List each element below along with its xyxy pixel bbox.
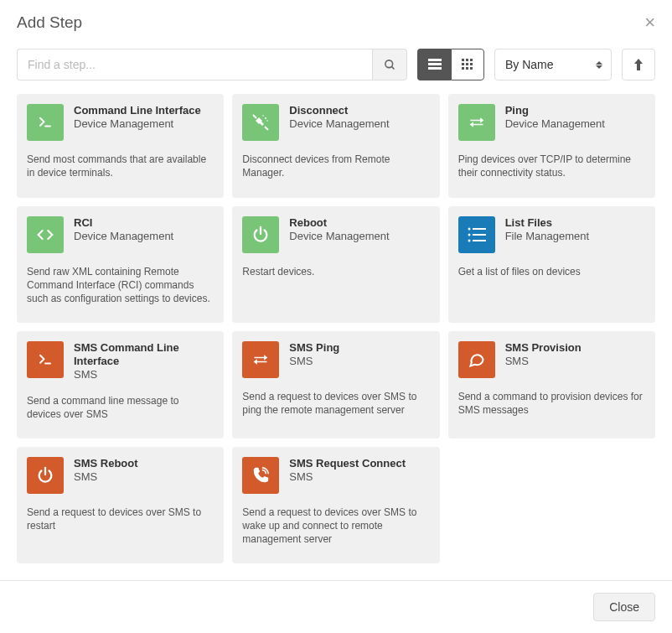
svg-rect-3 [428, 63, 442, 65]
card-subtitle: SMS [505, 355, 582, 368]
svg-point-17 [265, 117, 266, 119]
step-card[interactable]: SMS ProvisionSMSSend a command to provis… [448, 331, 655, 438]
card-title: SMS Ping [289, 341, 339, 355]
card-description: Send a command line message to devices o… [27, 394, 214, 421]
step-card[interactable]: PingDevice ManagementPing devices over T… [448, 94, 655, 198]
search-icon [384, 59, 396, 71]
card-titles: SMS PingSMS [289, 341, 339, 369]
arrow-up-icon [633, 59, 644, 70]
card-head: RCIDevice Management [27, 216, 214, 253]
card-title: Ping [505, 104, 605, 117]
card-title: RCI [74, 216, 173, 230]
svg-rect-22 [473, 228, 486, 230]
svg-rect-7 [470, 59, 473, 61]
power-icon [27, 457, 64, 494]
chat-icon [458, 341, 495, 378]
sort-direction-button[interactable] [622, 49, 655, 80]
card-head: SMS PingSMS [242, 341, 429, 378]
card-title: Command Line Interface [74, 104, 201, 117]
close-button[interactable]: × [644, 13, 655, 32]
card-titles: DisconnectDevice Management [289, 104, 389, 132]
terminal-icon [27, 341, 64, 378]
search-group [17, 49, 407, 80]
exchange-icon [458, 104, 495, 141]
list-view-icon [428, 59, 442, 70]
close-icon: × [644, 12, 655, 33]
exchange-icon [242, 341, 279, 378]
card-titles: SMS Command Line InterfaceSMS [74, 341, 214, 382]
card-subtitle: Device Management [289, 230, 389, 243]
step-card[interactable]: SMS RebootSMSSend a request to devices o… [17, 447, 224, 563]
svg-rect-6 [466, 59, 468, 61]
sort-select[interactable]: By Name [494, 49, 612, 80]
card-title: Disconnect [289, 104, 389, 117]
phone-icon [242, 457, 279, 494]
card-head: SMS RebootSMS [27, 457, 214, 494]
modal-header: Add Step × [0, 0, 672, 45]
svg-rect-12 [466, 67, 468, 70]
step-card[interactable]: RebootDevice ManagementRestart devices. [232, 206, 439, 323]
list-icon [458, 216, 495, 253]
card-head: DisconnectDevice Management [242, 104, 429, 141]
card-head: RebootDevice Management [242, 216, 429, 253]
card-titles: PingDevice Management [505, 104, 605, 132]
svg-rect-4 [428, 67, 442, 70]
terminal-icon [27, 104, 64, 141]
svg-point-25 [468, 239, 470, 241]
card-head: SMS ProvisionSMS [458, 341, 645, 378]
card-description: Send a request to devices over SMS to wa… [242, 506, 429, 547]
step-card[interactable]: RCIDevice ManagementSend raw XML contain… [17, 206, 224, 323]
svg-rect-13 [470, 67, 473, 70]
step-card[interactable]: SMS Command Line InterfaceSMSSend a comm… [17, 331, 224, 438]
card-description: Get a list of files on devices [458, 265, 645, 278]
card-title: SMS Reboot [74, 457, 138, 470]
svg-point-0 [385, 60, 392, 67]
card-subtitle: SMS [74, 368, 214, 381]
card-title: SMS Request Connect [289, 457, 406, 470]
step-card[interactable]: List FilesFile ManagementGet a list of f… [448, 206, 655, 323]
svg-rect-10 [470, 63, 473, 65]
step-grid: Command Line InterfaceDevice ManagementS… [0, 94, 672, 580]
card-description: Send a command to provision devices for … [458, 390, 645, 417]
svg-point-18 [263, 115, 265, 117]
grid-view-icon [462, 59, 473, 70]
card-titles: SMS RebootSMS [74, 457, 138, 485]
sort-select-label: By Name [505, 58, 554, 71]
card-title: List Files [505, 216, 589, 230]
view-list-button[interactable] [417, 49, 451, 80]
svg-rect-2 [428, 59, 442, 61]
card-titles: RCIDevice Management [74, 216, 173, 244]
card-title: SMS Provision [505, 341, 582, 355]
card-subtitle: Device Management [289, 117, 389, 131]
svg-rect-5 [462, 59, 464, 61]
svg-line-1 [391, 66, 394, 69]
card-titles: SMS Request ConnectSMS [289, 457, 406, 485]
card-title: Reboot [289, 216, 389, 230]
card-description: Restart devices. [242, 265, 429, 278]
card-subtitle: Device Management [74, 230, 173, 243]
svg-rect-9 [466, 63, 468, 65]
step-card[interactable]: SMS PingSMSSend a request to devices ove… [232, 331, 439, 438]
card-titles: Command Line InterfaceDevice Management [74, 104, 201, 132]
step-card[interactable]: DisconnectDevice ManagementDisconnect de… [232, 94, 439, 198]
sort-caret-icon [596, 61, 602, 69]
card-description: Send a request to devices over SMS to pi… [242, 390, 429, 417]
card-subtitle: SMS [289, 355, 339, 368]
card-description: Disconnect devices from Remote Manager. [242, 153, 429, 179]
view-grid-button[interactable] [451, 49, 484, 80]
card-head: Command Line InterfaceDevice Management [27, 104, 214, 141]
svg-line-16 [265, 127, 268, 130]
footer-close-button[interactable]: Close [593, 593, 655, 621]
card-subtitle: SMS [74, 470, 138, 484]
card-titles: SMS ProvisionSMS [505, 341, 582, 369]
card-subtitle: Device Management [74, 117, 201, 131]
step-card[interactable]: Command Line InterfaceDevice ManagementS… [17, 94, 224, 198]
search-button[interactable] [372, 49, 407, 80]
card-head: PingDevice Management [458, 104, 645, 141]
step-card[interactable]: SMS Request ConnectSMSSend a request to … [232, 447, 439, 563]
toolbar: By Name [0, 45, 672, 94]
svg-point-19 [267, 120, 269, 122]
add-step-modal: Add Step × By Name Command Line [0, 0, 672, 633]
search-input[interactable] [17, 49, 372, 80]
card-title: SMS Command Line Interface [74, 341, 214, 369]
